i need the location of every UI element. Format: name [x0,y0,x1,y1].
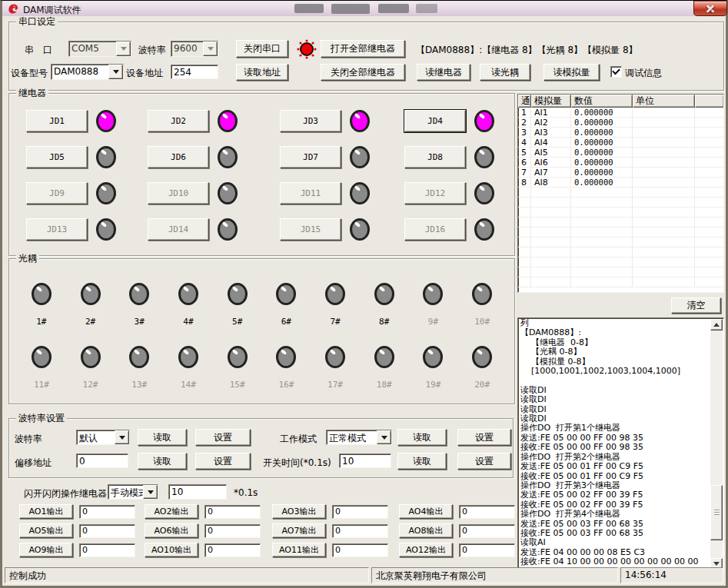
ao7-value-field[interactable] [332,524,388,538]
titlebar[interactable]: DAM调试软件 [2,2,726,16]
col-header-channel[interactable]: 通 [518,95,531,108]
address-label: 设备地址 [126,67,163,80]
opto-led-10 [472,283,492,305]
ao12-output-button[interactable]: AO12输出 [399,543,453,557]
relay-button-jd13[interactable]: JD13 [26,218,88,241]
relay-button-jd15[interactable]: JD15 [280,218,341,241]
ao11-output-button[interactable]: AO11输出 [272,543,326,557]
ao7-output-button[interactable]: AO7输出 [272,523,326,538]
relay-button-jd1[interactable]: JD1 [26,110,88,132]
opto-group: 光耦 1# 2# 3# 4# 5# 6# 7# 8# 9# 10# 11# 12… [8,258,515,404]
relay-button-jd11[interactable]: JD11 [280,182,341,204]
ao6-output-button[interactable]: AO6输出 [145,523,198,538]
col-header-analog[interactable]: 模拟量 [531,95,571,108]
offset-read-button[interactable]: 读取 [138,453,187,470]
flash-time-field[interactable] [168,484,227,500]
ao11-value-field[interactable] [332,543,388,557]
chevron-down-icon[interactable] [108,65,123,79]
clear-log-button[interactable]: 清空 [671,297,721,314]
switch-time-field[interactable] [339,453,391,468]
offset-address-field[interactable] [76,453,128,468]
relay-cell: JD2 [148,109,280,132]
model-select[interactable]: DAM0888 [51,64,124,80]
relay-button-jd7[interactable]: JD7 [280,146,341,168]
relay-button-jd16[interactable]: JD16 [404,218,466,241]
debug-info-checkbox[interactable] [610,66,622,78]
table-row-empty [518,267,723,277]
relay-button-jd10[interactable]: JD10 [148,182,209,204]
relay-button-jd14[interactable]: JD14 [148,218,209,241]
opto-led-17 [325,346,345,368]
analog-table: 通 模拟量 数值 单位 1AI10.000000 2AI20.000000 3A… [517,94,724,293]
scroll-up-icon[interactable] [710,319,723,331]
ao3-value-field[interactable] [332,505,388,519]
ao4-output-button[interactable]: AO4输出 [399,504,453,519]
ao9-output-button[interactable]: AO9输出 [19,543,73,557]
relay-button-jd6[interactable]: JD6 [148,146,209,168]
ao-output-grid: AO1输出 AO2输出 AO3输出 AO4输出 AO5输出 AO6输出 AO7输… [19,504,517,557]
relay-button-jd4[interactable]: JD4 [404,110,466,132]
port-select[interactable]: COM5 [68,41,131,57]
open-all-relays-button[interactable]: 打开全部继电器 [321,40,405,58]
scrollbar-thumb[interactable] [710,485,723,540]
ao8-output-button[interactable]: AO8输出 [399,523,453,538]
flash-mode-select[interactable]: 手动模式 [108,484,158,500]
work-mode-set-button[interactable]: 设置 [457,429,511,446]
ao2-value-field[interactable] [204,505,261,519]
baudrate-select[interactable]: 默认 [76,430,130,445]
col-header-unit[interactable]: 单位 [633,95,695,108]
relay-button-jd5[interactable]: JD5 [26,146,88,168]
status-company: 北京聚英翱翔电子有限公司 [371,567,618,583]
flash-time-unit-label: *0.1s [234,487,258,498]
work-mode-select[interactable]: 正常模式 [326,430,392,445]
ao12-value-field[interactable] [459,543,515,557]
baudrate-read-button[interactable]: 读取 [138,429,187,446]
chevron-down-icon[interactable] [203,42,218,56]
chevron-down-icon[interactable] [115,430,129,444]
relay-button-jd12[interactable]: JD12 [404,182,466,204]
read-address-button[interactable]: 读取地址 [236,64,288,81]
ao5-output-button[interactable]: AO5输出 [19,523,73,538]
relay-button-jd8[interactable]: JD8 [404,146,466,168]
chevron-down-icon[interactable] [377,430,391,444]
address-field[interactable] [171,65,218,79]
read-relay-button[interactable]: 读继电器 [417,64,470,81]
relay-led-jd4 [474,110,494,132]
ao9-value-field[interactable] [79,543,135,557]
baudrate-set-button[interactable]: 设置 [195,429,251,446]
ao3-output-button[interactable]: AO3输出 [272,504,326,519]
ao-cell: AO10输出 [145,543,272,557]
col-header-extra[interactable] [695,95,723,108]
switch-time-read-button[interactable]: 读取 [397,453,447,470]
ao4-value-field[interactable] [459,505,515,519]
col-header-value[interactable]: 数值 [571,95,633,108]
ao5-value-field[interactable] [79,524,135,538]
opto-led-9 [423,283,443,305]
offset-set-button[interactable]: 设置 [195,453,251,470]
chevron-down-icon[interactable] [143,485,158,499]
relay-cell: JD3 [280,109,404,132]
read-analog-button[interactable]: 读模拟量 [544,64,600,81]
close-port-button[interactable]: 关闭串口 [236,40,288,58]
ao1-output-button[interactable]: AO1输出 [19,504,73,519]
relay-led-jd9 [96,182,116,204]
ao2-output-button[interactable]: AO2输出 [145,504,198,519]
log-box[interactable]: 列 【DAM0888】: 【继电器 0-8】 【光耦 0-8】 【模拟量 0-8… [517,317,724,571]
relay-button-jd3[interactable]: JD3 [280,110,341,132]
ao6-value-field[interactable] [204,524,261,538]
close-all-relays-button[interactable]: 关闭全部继电器 [321,64,405,81]
log-scrollbar[interactable] [710,319,723,570]
ao8-value-field[interactable] [459,524,515,538]
switch-time-set-button[interactable]: 设置 [457,453,511,470]
opto-label: 6# [281,317,291,327]
close-button[interactable] [693,1,727,16]
baud-select[interactable]: 9600 [171,41,218,57]
relay-button-jd2[interactable]: JD2 [148,110,209,132]
relay-button-jd9[interactable]: JD9 [26,182,88,204]
read-opto-button[interactable]: 读光耦 [480,64,530,81]
ao10-output-button[interactable]: AO10输出 [145,543,198,557]
work-mode-read-button[interactable]: 读取 [397,429,447,446]
chevron-down-icon[interactable] [116,42,131,56]
ao10-value-field[interactable] [204,543,261,557]
ao1-value-field[interactable] [79,505,135,519]
